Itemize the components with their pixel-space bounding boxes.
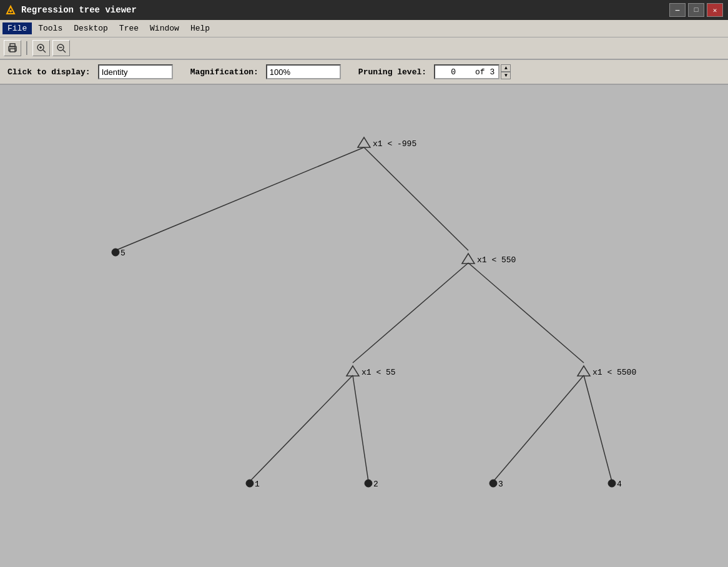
pruning-level-control: of 3 ▲ ▼ — [434, 64, 511, 79]
menu-help[interactable]: Help — [185, 22, 215, 34]
edge-n2-n3 — [353, 263, 468, 363]
tree-canvas: x1 < -995 5 x1 < 550 x1 < 55 x1 < 5500 1 — [0, 85, 728, 567]
svg-point-1 — [9, 10, 12, 12]
menu-bar: File Tools Desktop Tree Window Help — [0, 20, 728, 37]
click-to-display-wrapper: Identity Response Error — [98, 64, 173, 79]
node-n3[interactable]: x1 < 55 — [347, 366, 396, 377]
svg-point-15 — [112, 249, 119, 256]
svg-line-7 — [43, 50, 46, 52]
print-button[interactable] — [4, 40, 21, 56]
svg-marker-19 — [347, 366, 359, 376]
toolbar-separator — [26, 41, 27, 55]
svg-text:5: 5 — [121, 249, 125, 258]
node-n1[interactable]: 5 — [112, 249, 125, 258]
node-n7[interactable]: 3 — [489, 480, 503, 489]
magnification-label: Magnification: — [190, 67, 258, 77]
svg-text:3: 3 — [498, 480, 503, 489]
svg-point-27 — [489, 480, 497, 487]
pruning-level-label: Pruning level: — [358, 67, 426, 77]
svg-rect-3 — [10, 44, 15, 47]
title-bar: Regression tree viewer — □ ✕ — [0, 0, 728, 20]
edge-n3-n6 — [353, 375, 368, 481]
svg-text:x1 < 5500: x1 < 5500 — [593, 368, 636, 377]
node-n5[interactable]: 1 — [246, 480, 260, 489]
app-title: Regression tree viewer — [21, 5, 137, 15]
svg-text:4: 4 — [617, 480, 622, 489]
tree-diagram: x1 < -995 5 x1 < 550 x1 < 55 x1 < 5500 1 — [0, 85, 728, 567]
svg-rect-4 — [10, 49, 15, 52]
svg-text:x1 < 55: x1 < 55 — [362, 368, 396, 377]
edge-root-n1 — [116, 147, 364, 250]
node-n4[interactable]: x1 < 5500 — [578, 366, 636, 377]
edge-root-n2 — [364, 147, 468, 250]
pruning-of-label: of 3 — [471, 64, 499, 79]
svg-point-25 — [365, 480, 372, 487]
close-button[interactable]: ✕ — [707, 3, 723, 17]
pruning-spinner[interactable]: ▲ ▼ — [501, 64, 511, 79]
menu-desktop[interactable]: Desktop — [69, 22, 113, 34]
svg-point-5 — [14, 47, 16, 49]
node-root[interactable]: x1 < -995 — [358, 137, 416, 149]
pruning-down-button[interactable]: ▼ — [501, 72, 511, 79]
svg-marker-17 — [462, 254, 475, 264]
svg-point-29 — [608, 480, 616, 487]
click-to-display-label: Click to display: — [7, 67, 91, 77]
svg-marker-21 — [578, 366, 590, 376]
maximize-button[interactable]: □ — [688, 3, 704, 17]
menu-window[interactable]: Window — [145, 22, 184, 34]
pruning-level-input[interactable] — [434, 64, 471, 79]
svg-text:x1 < 550: x1 < 550 — [477, 255, 516, 265]
menu-file[interactable]: File — [2, 22, 32, 34]
magnification-select[interactable]: 50% 75% 100% 125% 150% — [266, 64, 341, 79]
edge-n4-n7 — [493, 375, 584, 481]
edge-n2-n4 — [468, 263, 584, 363]
svg-text:1: 1 — [255, 480, 260, 489]
zoom-out-button[interactable] — [52, 40, 70, 56]
node-n6[interactable]: 2 — [365, 480, 378, 489]
pruning-up-button[interactable]: ▲ — [501, 64, 511, 72]
svg-text:2: 2 — [373, 480, 378, 489]
app-icon — [5, 4, 16, 16]
svg-marker-13 — [358, 137, 370, 147]
menu-tools[interactable]: Tools — [33, 22, 67, 34]
svg-point-23 — [246, 480, 253, 487]
node-n2[interactable]: x1 < 550 — [462, 254, 516, 265]
click-to-display-select[interactable]: Identity Response Error — [98, 64, 173, 79]
edge-n3-n5 — [250, 375, 353, 481]
zoom-in-button[interactable] — [32, 40, 50, 56]
menu-tree[interactable]: Tree — [114, 22, 144, 34]
minimize-button[interactable]: — — [669, 3, 686, 17]
window-controls: — □ ✕ — [669, 3, 723, 17]
node-n8[interactable]: 4 — [608, 480, 622, 489]
svg-line-11 — [63, 50, 66, 52]
toolbar — [0, 37, 728, 60]
magnification-wrapper: 50% 75% 100% 125% 150% — [266, 64, 341, 79]
svg-text:x1 < -995: x1 < -995 — [373, 139, 416, 149]
edge-n4-n8 — [584, 375, 612, 481]
options-bar: Click to display: Identity Response Erro… — [0, 60, 728, 85]
